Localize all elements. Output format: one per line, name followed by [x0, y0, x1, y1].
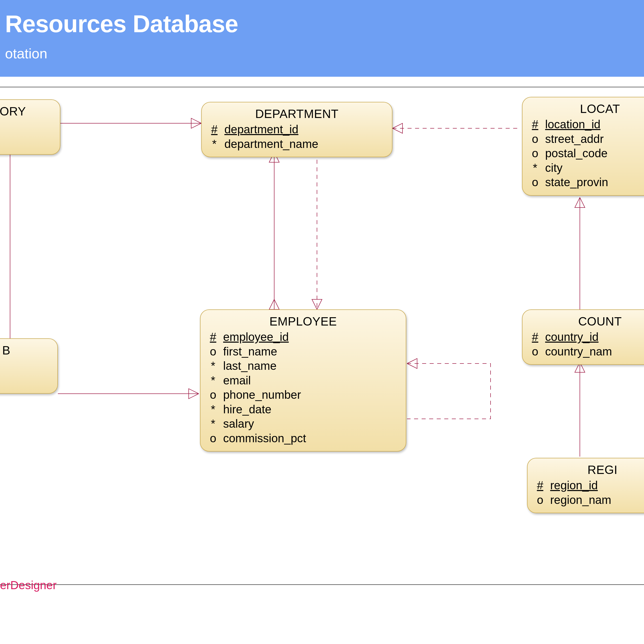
entity-title: STORY — [0, 104, 51, 118]
entity-attr: ocountry_nam — [531, 344, 644, 359]
entity-attr: ary — [0, 373, 49, 388]
entity-title: REGI — [536, 463, 644, 477]
entity-attr: date — [0, 120, 51, 134]
entity-attr: *city — [531, 161, 644, 175]
entity-attr: #employee_id — [209, 330, 397, 344]
entity-attr: oregion_nam — [536, 493, 644, 507]
entity-department[interactable]: DEPARTMENT #department_id *department_na… — [201, 102, 392, 157]
entity-attr: ry — [0, 359, 49, 373]
entity-title: DEPARTMENT — [210, 107, 383, 121]
footer-branding: erDesigner — [0, 578, 57, 592]
entity-attr: #country_id — [531, 330, 644, 344]
entity-attr: ofirst_name — [209, 344, 397, 359]
entity-attr: #department_id — [210, 122, 383, 137]
entity-attr: *hire_date — [209, 402, 397, 417]
entity-attr: ostreet_addr — [531, 132, 644, 146]
entity-attr: ostate_provin — [531, 175, 644, 190]
entity-attr: #region_id — [536, 478, 644, 493]
entity-attr: ocommission_pct — [209, 431, 397, 446]
entity-employee[interactable]: EMPLOYEE #employee_id ofirst_name *last_… — [200, 309, 406, 452]
entity-attr: *department_name — [210, 137, 383, 151]
entity-attr: #location_id — [531, 117, 644, 132]
page-header: Resources Database otation — [0, 0, 644, 77]
entity-title: COUNT — [531, 314, 644, 328]
entity-title: LOCAT — [531, 102, 644, 116]
page-title: Resources Database — [5, 10, 644, 38]
entity-region[interactable]: REGI #region_id oregion_nam — [527, 458, 644, 513]
entity-job[interactable]: B ry ary — [0, 338, 58, 394]
entity-attr: *email — [209, 373, 397, 388]
entity-attr: ophone_number — [209, 388, 397, 402]
page-subtitle: otation — [5, 45, 644, 62]
entity-title: EMPLOYEE — [209, 314, 397, 328]
entity-location[interactable]: LOCAT #location_id ostreet_addr opostal_… — [522, 97, 644, 196]
entity-attr: ate — [0, 134, 51, 149]
entity-attr: *salary — [209, 417, 397, 431]
entity-job-history[interactable]: STORY date ate — [0, 99, 60, 155]
entity-attr: *last_name — [209, 359, 397, 373]
diagram-canvas: STORY date ate DEPARTMENT #department_id… — [0, 77, 644, 595]
entity-title: B — [0, 343, 49, 357]
entity-country[interactable]: COUNT #country_id ocountry_nam — [522, 309, 644, 365]
entity-attr: opostal_code — [531, 146, 644, 161]
